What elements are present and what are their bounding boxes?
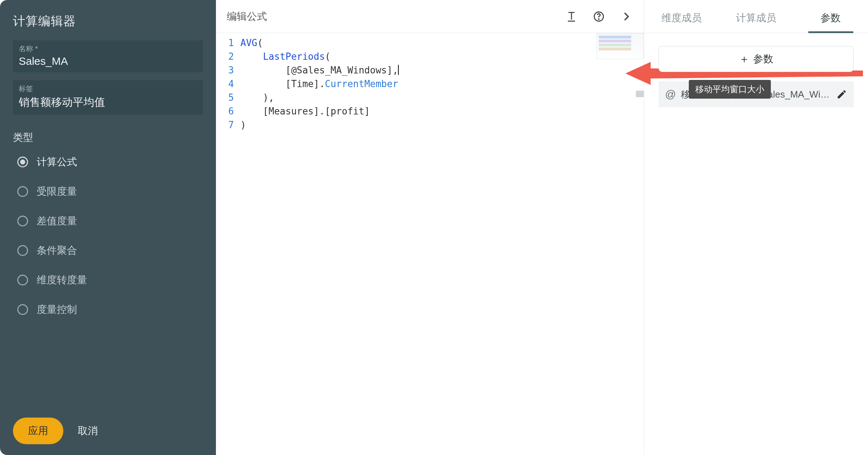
tab-1[interactable]: 计算成员	[719, 11, 793, 33]
type-option-3[interactable]: 条件聚合	[17, 244, 203, 257]
code-editor[interactable]: 1234567 AVG( LastPeriods( [@Sales_MA_Win…	[216, 33, 644, 455]
type-option-label: 度量控制	[37, 303, 77, 316]
line-gutter: 1234567	[216, 33, 240, 455]
right-tabs: 维度成员计算成员参数	[644, 0, 868, 33]
radio-icon	[17, 157, 28, 167]
cancel-button[interactable]: 取消	[78, 424, 98, 438]
at-icon: @	[665, 88, 676, 100]
apply-button[interactable]: 应用	[13, 418, 63, 444]
radio-icon	[17, 186, 28, 197]
editor-header-title: 编辑公式	[227, 10, 565, 23]
param-name: Sales_MA_Windows	[761, 89, 831, 100]
type-option-label: 条件聚合	[37, 244, 77, 257]
tag-field-value[interactable]: 销售额移动平均值	[19, 95, 197, 110]
tag-field[interactable]: 标签 销售额移动平均值	[13, 80, 203, 115]
tab-2[interactable]: 参数	[794, 11, 868, 33]
tag-field-label: 标签	[19, 84, 197, 94]
type-option-label: 差值度量	[37, 214, 77, 228]
svg-point-1	[598, 19, 599, 19]
type-radio-group: 计算公式受限度量差值度量条件聚合维度转度量度量控制	[13, 155, 203, 316]
type-option-1[interactable]: 受限度量	[17, 185, 203, 198]
add-param-button[interactable]: ＋ 参数	[659, 46, 854, 72]
code-content[interactable]: AVG( LastPeriods( [@Sales_MA_Windows], […	[240, 33, 644, 455]
help-icon[interactable]	[592, 10, 606, 23]
edit-icon[interactable]	[836, 89, 847, 100]
radio-icon	[17, 245, 28, 256]
sidebar-title: 计算编辑器	[13, 13, 203, 30]
add-param-label: 参数	[753, 52, 773, 66]
type-option-label: 维度转度量	[37, 273, 87, 287]
plus-icon: ＋	[739, 54, 750, 64]
name-field-value[interactable]: Sales_MA	[19, 55, 197, 67]
type-option-label: 受限度量	[37, 185, 77, 198]
type-option-2[interactable]: 差值度量	[17, 214, 203, 228]
name-field-label: 名称 *	[19, 44, 197, 54]
radio-icon	[17, 275, 28, 285]
scrollbar-thumb[interactable]	[636, 91, 644, 97]
type-option-4[interactable]: 维度转度量	[17, 273, 203, 287]
type-option-0[interactable]: 计算公式	[17, 155, 203, 169]
right-panel: 维度成员计算成员参数 ＋ 参数 @移动平均窗口大...Sales_MA_Wind…	[644, 0, 868, 455]
name-field[interactable]: 名称 * Sales_MA	[13, 40, 203, 72]
type-option-label: 计算公式	[37, 155, 77, 169]
minimap[interactable]	[596, 33, 644, 59]
tab-0[interactable]: 维度成员	[644, 11, 719, 33]
param-tooltip: 移动平均窗口大小	[689, 80, 771, 99]
editor-header: 编辑公式	[216, 0, 644, 33]
chevron-right-icon[interactable]	[619, 10, 633, 23]
editor-column: 编辑公式 1234567 AVG( LastPeriods( [@Sales_M…	[216, 0, 644, 455]
radio-icon	[17, 304, 28, 315]
sidebar: 计算编辑器 名称 * Sales_MA 标签 销售额移动平均值 类型 计算公式受…	[0, 0, 216, 455]
radio-icon	[17, 216, 28, 226]
type-option-5[interactable]: 度量控制	[17, 303, 203, 316]
format-icon[interactable]	[565, 10, 578, 23]
type-section-label: 类型	[13, 131, 203, 144]
